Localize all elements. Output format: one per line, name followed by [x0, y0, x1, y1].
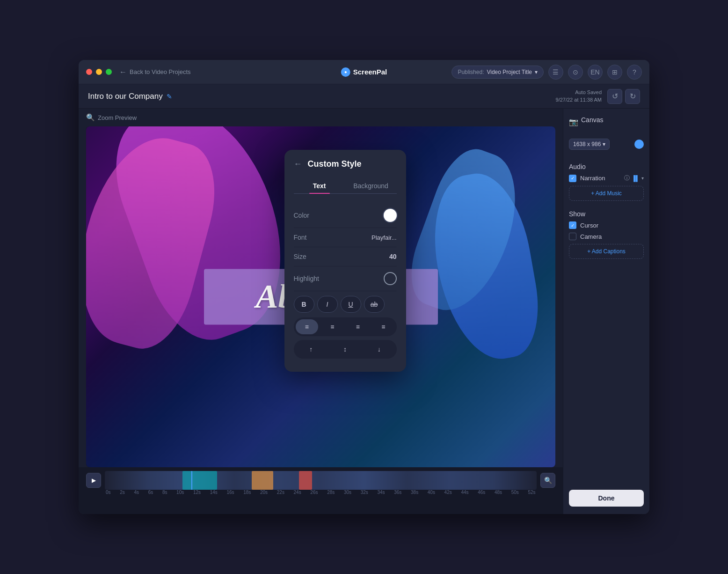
play-button[interactable]: ▶ [86, 473, 101, 488]
layers-icon-button[interactable]: ⊞ [607, 65, 622, 80]
timestamp-26: 26s [310, 490, 318, 495]
timestamp-40: 40s [428, 490, 435, 495]
timestamp-52: 52s [528, 490, 536, 495]
bold-button[interactable]: B [294, 296, 314, 313]
timestamp-8: 8s [162, 490, 167, 495]
undo-button[interactable]: ↺ [607, 89, 622, 104]
undo-redo-controls: ↺ ↻ [607, 89, 640, 104]
color-swatch[interactable] [384, 209, 397, 222]
align-justify-button[interactable]: ≡ [372, 319, 395, 334]
font-row: Font Playfair... [294, 228, 397, 247]
published-button[interactable]: Published: Video Project Title ▾ [451, 66, 544, 79]
done-button[interactable]: Done [569, 490, 644, 507]
cursor-label: Cursor [580, 222, 598, 229]
timeline-row: ▶ 🔍 [86, 471, 555, 490]
color-label: Color [294, 212, 309, 219]
cursor-checkbox[interactable]: ✓ [569, 221, 576, 229]
timeline-segment-red [299, 471, 312, 490]
modal-back-button[interactable]: ← [294, 159, 302, 169]
timestamp-4: 4s [134, 490, 139, 495]
timeline-search-button[interactable]: 🔍 [540, 473, 555, 488]
size-value[interactable]: 40 [389, 253, 397, 260]
timestamp-10: 10s [176, 490, 184, 495]
camera-checkbox[interactable] [569, 233, 576, 240]
tab-background[interactable]: Background [345, 178, 397, 193]
timestamp-34: 34s [377, 490, 385, 495]
info-icon[interactable]: ⓘ [624, 174, 630, 182]
timestamp-42: 42s [444, 490, 452, 495]
cursor-row: ✓ Cursor [569, 221, 644, 229]
timeline-playhead [191, 471, 192, 490]
timeline-area: ▶ 🔍 0s 2s 4s 6s 8s [79, 467, 563, 514]
camera-icon: 📷 [569, 118, 578, 126]
modal-header: ← Custom Style [294, 159, 397, 169]
timestamp-16: 16s [226, 490, 234, 495]
align-center-button[interactable]: ≡ [321, 319, 344, 334]
timestamp-6: 6s [148, 490, 153, 495]
tab-text[interactable]: Text [294, 178, 345, 193]
highlight-swatch[interactable] [384, 272, 397, 285]
align-left-button[interactable]: ≡ [296, 319, 319, 334]
screenpal-icon: ● [341, 67, 350, 77]
bars-icon[interactable]: ▐▌ [632, 175, 640, 182]
camera-label: Camera [580, 233, 602, 240]
timestamp-12: 12s [193, 490, 201, 495]
vertical-align-row: ↑ ↕ ↓ [294, 340, 397, 359]
project-title-text: Intro to our Company [88, 92, 163, 101]
canvas-size-selector[interactable]: 1638 x 986 ▾ [569, 139, 610, 150]
zoom-preview-button[interactable]: 🔍 Zoom Preview [86, 113, 137, 122]
right-panel: 📷 Canvas 1638 x 986 ▾ Audio ✓ Narration … [563, 109, 649, 514]
timestamp-48: 48s [495, 490, 502, 495]
zoom-icon: 🔍 [86, 113, 95, 122]
close-button[interactable] [86, 69, 92, 75]
highlight-label: Highlight [294, 275, 319, 282]
valign-middle-button[interactable]: ↕ [329, 342, 361, 357]
canvas-info: 📷 Canvas [569, 116, 644, 127]
maximize-button[interactable] [106, 69, 112, 75]
back-to-projects-button[interactable]: ← Back to Video Projects [119, 68, 191, 76]
align-right-button[interactable]: ≡ [347, 319, 370, 334]
edit-title-icon[interactable]: ✎ [167, 93, 172, 100]
narration-checkbox[interactable]: ✓ [569, 175, 576, 182]
canvas-header: 🔍 Zoom Preview [79, 109, 563, 126]
valign-top-button[interactable]: ↑ [296, 342, 327, 357]
timestamp-0: 0s [106, 490, 111, 495]
underline-button[interactable]: U [341, 296, 361, 313]
canvas-frame: About Us ← Custom Style Text [86, 126, 555, 467]
redo-button[interactable]: ↻ [625, 89, 640, 104]
timeline-track[interactable] [105, 471, 537, 490]
show-section: Show ✓ Cursor Camera + Add Captions [569, 210, 644, 259]
font-label: Font [294, 234, 307, 241]
timestamp-14: 14s [210, 490, 218, 495]
app-title: ● ScreenPal [341, 67, 387, 77]
narration-chevron-icon[interactable]: ▾ [641, 176, 644, 181]
audio-title: Audio [569, 163, 644, 170]
list-icon-button[interactable]: ☰ [548, 65, 563, 80]
timeline-waveform [105, 471, 537, 490]
valign-bottom-button[interactable]: ↓ [364, 342, 395, 357]
strikethrough-button[interactable]: ab [364, 296, 385, 313]
timeline-timestamps: 0s 2s 4s 6s 8s 10s 12s 14s 16s 18s 20s 2… [86, 490, 555, 495]
font-value[interactable]: Playfair... [371, 234, 396, 241]
help-icon-button[interactable]: ? [627, 65, 642, 80]
timestamp-36: 36s [394, 490, 401, 495]
clock-icon-button[interactable]: ⊙ [568, 65, 583, 80]
highlight-row: Highlight [294, 266, 397, 291]
add-captions-button[interactable]: + Add Captions [569, 244, 644, 259]
minimize-button[interactable] [96, 69, 102, 75]
title-bar-right: Published: Video Project Title ▾ ☰ ⊙ EN … [451, 65, 642, 80]
chevron-down-icon: ▾ [603, 141, 605, 147]
canvas-toggle[interactable] [634, 140, 644, 149]
timeline-segment-orange [252, 471, 273, 490]
add-music-button[interactable]: + Add Music [569, 186, 644, 201]
title-bar: ← Back to Video Projects ● ScreenPal Pub… [79, 60, 649, 84]
narration-row: ✓ Narration ⓘ ▐▌ ▾ [569, 174, 644, 182]
editor-bar-right: Auto Saved 9/27/22 at 11:38 AM ↺ ↻ [556, 89, 640, 104]
timestamp-46: 46s [478, 490, 485, 495]
canvas-title: Canvas [581, 116, 603, 124]
custom-style-modal: ← Custom Style Text Background [284, 150, 406, 372]
language-icon-button[interactable]: EN [588, 65, 603, 80]
timestamp-20: 20s [260, 490, 268, 495]
text-format-row: B I U ab [294, 296, 397, 313]
italic-button[interactable]: I [317, 296, 338, 313]
